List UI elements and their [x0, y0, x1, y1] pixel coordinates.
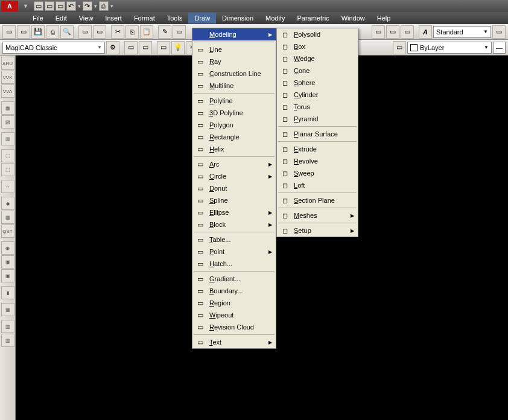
- draw-menu-item-ray[interactable]: ▭Ray: [192, 56, 276, 68]
- layer-color-combo[interactable]: ByLayer ▼: [407, 42, 492, 54]
- left-tool-7[interactable]: ▥: [1, 132, 14, 145]
- tool-layer2-icon[interactable]: ▭: [139, 41, 152, 54]
- menu-parametric[interactable]: Parametric: [291, 13, 335, 24]
- draw-menu-item-multiline[interactable]: ▭Multiline: [192, 80, 276, 92]
- left-tool-22[interactable]: ▮: [1, 286, 14, 299]
- draw-menu-item-text[interactable]: ▭Text▶: [192, 336, 276, 348]
- left-tool-18[interactable]: ◉: [1, 241, 14, 255]
- draw-menu-item-3d-polyline[interactable]: ▭3D Polyline: [192, 107, 276, 119]
- left-tool-2[interactable]: VVA: [1, 84, 14, 98]
- lineweight-combo[interactable]: —: [493, 42, 506, 54]
- menu-window[interactable]: Window: [335, 13, 371, 24]
- tool-print-icon[interactable]: ⎙: [46, 25, 59, 39]
- left-tool-10[interactable]: ⬚: [1, 163, 14, 176]
- menu-view[interactable]: View: [73, 13, 100, 24]
- left-tool-4[interactable]: ▦: [1, 101, 14, 115]
- tool-text-icon[interactable]: A: [419, 25, 432, 39]
- modeling-menu-item-section-plane[interactable]: ◻Section Plane: [277, 194, 358, 206]
- redo-dropdown-icon[interactable]: ▾: [94, 3, 97, 9]
- tool-publish-icon[interactable]: ▭: [78, 25, 92, 39]
- modeling-menu-item-extrude[interactable]: ◻Extrude: [277, 143, 358, 155]
- tool-3ddwf-icon[interactable]: ▭: [93, 25, 106, 39]
- draw-menu-item-revision-cloud[interactable]: ▭Revision Cloud: [192, 321, 276, 333]
- draw-menu-item-point[interactable]: ▭Point▶: [192, 246, 276, 258]
- modeling-menu-item-torus[interactable]: ◻Torus: [277, 101, 358, 113]
- draw-menu-item-rectangle[interactable]: ▭Rectangle: [192, 131, 276, 143]
- tool-paste-icon[interactable]: 📋: [140, 25, 153, 39]
- tool-preview-icon[interactable]: 🔍: [60, 25, 74, 39]
- menu-dimension[interactable]: Dimension: [216, 13, 259, 24]
- new-icon[interactable]: ▭: [34, 1, 43, 11]
- left-tool-20[interactable]: ▣: [1, 269, 14, 282]
- menu-draw[interactable]: Draw: [188, 13, 216, 24]
- left-tool-1[interactable]: VVK: [1, 71, 14, 84]
- tool-color-icon[interactable]: ▭: [393, 41, 406, 54]
- tool-new-icon[interactable]: ▭: [2, 25, 16, 39]
- left-tool-16[interactable]: QST: [1, 224, 14, 238]
- draw-menu-item-modeling[interactable]: Modeling▶: [192, 28, 276, 40]
- open-icon[interactable]: ▭: [45, 1, 54, 11]
- print-dropdown-icon[interactable]: ▾: [110, 3, 113, 9]
- draw-menu-item-block[interactable]: ▭Block▶: [192, 218, 276, 231]
- modeling-menu-item-meshes[interactable]: ◻Meshes▶: [277, 209, 358, 221]
- modeling-menu-item-sweep[interactable]: ◻Sweep: [277, 167, 358, 179]
- tool-block-icon[interactable]: ▭: [173, 25, 186, 39]
- dropdown-arrow-icon[interactable]: ▼: [23, 3, 28, 9]
- save-icon[interactable]: ▭: [56, 1, 65, 11]
- tool-bulb-icon[interactable]: 💡: [171, 41, 185, 54]
- left-tool-12[interactable]: ↔: [1, 180, 14, 193]
- modeling-menu-item-pyramid[interactable]: ◻Pyramid: [277, 113, 358, 125]
- draw-menu-item-polygon[interactable]: ▭Polygon: [192, 119, 276, 131]
- draw-menu-item-circle[interactable]: ▭Circle▶: [192, 170, 276, 182]
- draw-menu-item-hatch-[interactable]: ▭Hatch...: [192, 258, 276, 270]
- modeling-menu-item-polysolid[interactable]: ◻Polysolid: [277, 28, 358, 40]
- draw-menu-item-helix[interactable]: ▭Helix: [192, 143, 276, 155]
- menu-edit[interactable]: Edit: [49, 13, 73, 24]
- left-tool-0[interactable]: AHU: [1, 57, 14, 70]
- left-tool-9[interactable]: ⬚: [1, 149, 14, 162]
- tool-dim3-icon[interactable]: ▭: [401, 25, 414, 39]
- left-tool-27[interactable]: ▥: [1, 334, 14, 347]
- modeling-menu-item-cylinder[interactable]: ◻Cylinder: [277, 89, 358, 101]
- print-icon[interactable]: ⎙: [99, 1, 109, 11]
- tool-layer1-icon[interactable]: ▭: [124, 41, 138, 54]
- draw-menu-item-construction-line[interactable]: ▭Construction Line: [192, 68, 276, 80]
- modeling-menu-item-box[interactable]: ◻Box: [277, 40, 358, 52]
- left-tool-24[interactable]: ▦: [1, 303, 14, 316]
- text-style-combo[interactable]: Standard ▼: [433, 26, 491, 38]
- draw-menu-item-polyline[interactable]: ▭Polyline: [192, 95, 276, 107]
- tool-layer3-icon[interactable]: ▭: [157, 41, 170, 54]
- draw-menu-item-spline[interactable]: ▭Spline: [192, 194, 276, 206]
- draw-menu-item-arc[interactable]: ▭Arc▶: [192, 158, 276, 170]
- draw-menu-item-ellipse[interactable]: ▭Ellipse▶: [192, 206, 276, 218]
- modeling-menu-item-setup[interactable]: ◻Setup▶: [277, 224, 358, 237]
- modeling-menu-item-wedge[interactable]: ◻Wedge: [277, 52, 358, 65]
- undo-icon[interactable]: ↶: [66, 1, 76, 11]
- menu-insert[interactable]: Insert: [99, 13, 128, 24]
- modeling-menu-item-cone[interactable]: ◻Cone: [277, 65, 358, 77]
- left-tool-15[interactable]: ▦: [1, 211, 14, 224]
- tool-save-icon[interactable]: 💾: [31, 25, 45, 39]
- left-tool-14[interactable]: ◆: [1, 197, 14, 210]
- tool-copy-icon[interactable]: ⎘: [125, 25, 139, 39]
- left-tool-19[interactable]: ▣: [1, 255, 14, 269]
- tool-dim-icon[interactable]: ▭: [372, 25, 385, 39]
- tool-ws-settings-icon[interactable]: ⚙: [106, 41, 119, 54]
- workspace-combo[interactable]: MagiCAD Classic ▼: [2, 42, 105, 54]
- left-tool-5[interactable]: ▨: [1, 115, 14, 129]
- tool-dim2-icon[interactable]: ▭: [386, 25, 399, 39]
- modeling-menu-item-revolve[interactable]: ◻Revolve: [277, 155, 358, 167]
- redo-icon[interactable]: ↷: [83, 1, 92, 11]
- undo-dropdown-icon[interactable]: ▾: [78, 3, 81, 9]
- modeling-menu-item-planar-surface[interactable]: ◻Planar Surface: [277, 128, 358, 140]
- draw-menu-item-wipeout[interactable]: ▭Wipeout: [192, 309, 276, 321]
- menu-file[interactable]: File: [27, 13, 49, 24]
- tool-annoscale-icon[interactable]: ▭: [492, 25, 506, 39]
- draw-menu-item-donut[interactable]: ▭Donut: [192, 182, 276, 194]
- tool-cut-icon[interactable]: ✂: [111, 25, 124, 39]
- tool-open-icon[interactable]: ▭: [17, 25, 30, 39]
- menu-tools[interactable]: Tools: [161, 13, 189, 24]
- tool-match-icon[interactable]: ✎: [158, 25, 171, 39]
- modeling-menu-item-loft[interactable]: ◻Loft: [277, 179, 358, 191]
- menu-format[interactable]: Format: [128, 13, 161, 24]
